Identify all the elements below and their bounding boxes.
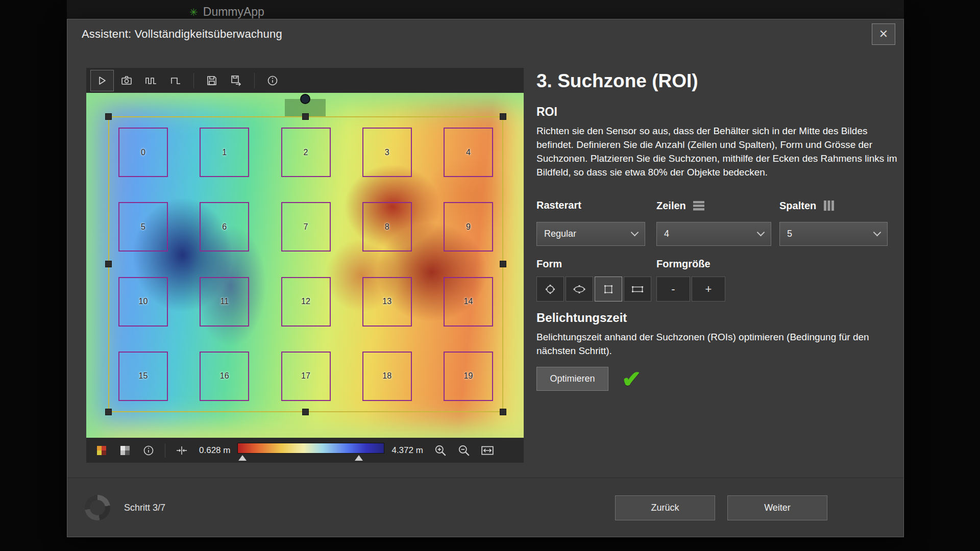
roi-cell[interactable]: 7 xyxy=(281,202,331,252)
roi-cell[interactable]: 5 xyxy=(118,202,168,252)
columns-icon xyxy=(822,199,836,212)
fit-width-icon xyxy=(481,444,494,457)
export-image-button[interactable] xyxy=(225,70,248,91)
viewer-toolbar xyxy=(86,68,524,93)
optimieren-button[interactable]: Optimieren xyxy=(536,367,608,391)
auto-range-button[interactable] xyxy=(172,440,192,461)
distance-scale xyxy=(237,440,384,461)
spalten-dropdown[interactable]: 5 xyxy=(779,222,888,246)
zeilen-label: Zeilen xyxy=(656,199,705,212)
fit-width-button[interactable] xyxy=(477,440,498,461)
roi-frame-selection[interactable]: 012345678910111213141516171819 xyxy=(108,116,503,412)
roi-cell[interactable]: 9 xyxy=(444,202,493,252)
roi-cell[interactable]: 8 xyxy=(362,202,412,252)
back-button[interactable]: Zurück xyxy=(615,495,715,520)
shape-rectangle-button[interactable] xyxy=(624,277,651,302)
next-button[interactable]: Weiter xyxy=(727,495,827,520)
roi-cell[interactable]: 12 xyxy=(281,277,331,327)
palette-color-button[interactable] xyxy=(91,440,112,461)
ellipse-shape-icon xyxy=(572,283,586,295)
roi-cell[interactable]: 11 xyxy=(200,277,249,327)
roi-cell[interactable]: 13 xyxy=(362,277,412,327)
shape-button-group xyxy=(536,277,651,302)
formgroesse-label: Formgröße xyxy=(656,258,710,270)
rectangle-shape-icon xyxy=(630,283,645,295)
range-min-marker[interactable] xyxy=(238,455,247,461)
save-image-button[interactable] xyxy=(200,70,224,91)
toolbar-separator xyxy=(193,73,194,88)
form-label: Form xyxy=(536,258,562,270)
roi-grid: 012345678910111213141516171819 xyxy=(109,117,502,411)
range-max-marker[interactable] xyxy=(355,455,363,461)
raster-labels-row: Rasterart Zeilen Spalten xyxy=(536,199,901,216)
roi-cell[interactable]: 6 xyxy=(200,202,249,252)
zeilen-dropdown[interactable]: 4 xyxy=(656,222,771,246)
shape-circle-button[interactable] xyxy=(536,277,564,302)
image-info-button[interactable] xyxy=(138,440,159,461)
roi-cell[interactable]: 10 xyxy=(118,277,168,327)
roi-cell[interactable]: 1 xyxy=(200,128,249,177)
chevron-down-icon xyxy=(631,229,639,237)
close-button[interactable]: ✕ xyxy=(872,23,895,45)
continuous-trigger-button[interactable] xyxy=(139,70,163,91)
roi-cell[interactable]: 4 xyxy=(444,128,493,177)
spalten-value: 5 xyxy=(787,229,874,239)
roi-cell[interactable]: 18 xyxy=(362,352,412,401)
raster-dropdown-row: Regular 4 5 xyxy=(536,222,901,246)
camera-icon xyxy=(120,74,133,87)
roi-cell[interactable]: 14 xyxy=(444,277,493,327)
save-icon xyxy=(206,74,218,87)
form-buttons-row: - + xyxy=(536,277,901,302)
size-increase-button[interactable]: + xyxy=(692,277,725,302)
zoom-in-icon xyxy=(434,444,447,457)
rasterart-dropdown[interactable]: Regular xyxy=(536,222,645,246)
palette-gray-button[interactable] xyxy=(115,440,135,461)
roi-cell[interactable]: 16 xyxy=(200,352,249,401)
belichtungszeit-heading: Belichtungszeit xyxy=(536,311,901,325)
rotation-handle[interactable] xyxy=(300,94,310,104)
background-app-icon: ✳ xyxy=(189,6,198,18)
roi-cell[interactable]: 15 xyxy=(118,352,168,401)
zoom-in-button[interactable] xyxy=(430,440,451,461)
info-icon xyxy=(142,444,155,457)
roi-cell[interactable]: 0 xyxy=(118,128,168,177)
play-icon xyxy=(96,74,108,87)
zeilen-value: 4 xyxy=(664,229,758,239)
play-button[interactable] xyxy=(90,70,114,91)
heatmap-image: 012345678910111213141516171819 xyxy=(86,93,524,438)
distance-gradient-bar xyxy=(237,443,384,454)
toolbar-separator xyxy=(165,443,165,458)
center-range-icon xyxy=(176,444,188,457)
roi-cell[interactable]: 2 xyxy=(281,128,331,177)
save-export-icon xyxy=(230,74,242,87)
zoom-out-button[interactable] xyxy=(454,440,474,461)
dialog-title: Assistent: Vollständigkeitsüberwachung xyxy=(82,28,282,41)
shape-square-button[interactable] xyxy=(595,277,622,302)
dialog-titlebar: Assistent: Vollständigkeitsüberwachung xyxy=(67,19,903,49)
snapshot-button[interactable] xyxy=(115,70,138,91)
image-viewer: 012345678910111213141516171819 xyxy=(86,68,524,463)
rasterart-value: Regular xyxy=(544,229,632,239)
wizard-footer: Schritt 3/7 Zurück Weiter xyxy=(67,478,903,537)
toolbar-separator xyxy=(254,73,255,88)
viewer-info-button[interactable] xyxy=(261,70,284,91)
close-icon: ✕ xyxy=(879,28,888,41)
info-icon xyxy=(266,74,279,87)
belichtungszeit-description: Belichtungszeit anhand der Suchzonen (RO… xyxy=(536,330,901,358)
gray-palette-icon xyxy=(119,444,131,457)
background-app-strip: ✳ DummyApp xyxy=(67,0,904,19)
step-indicator: Schritt 3/7 xyxy=(124,503,165,513)
chevron-down-icon xyxy=(757,229,765,237)
roi-cell[interactable]: 3 xyxy=(362,128,412,177)
progress-spinner xyxy=(85,495,110,520)
roi-cell[interactable]: 17 xyxy=(281,352,331,401)
single-trigger-button[interactable] xyxy=(164,70,187,91)
square-shape-icon xyxy=(601,283,616,295)
size-decrease-button[interactable]: - xyxy=(656,277,690,302)
rasterart-label: Rasterart xyxy=(536,199,581,211)
optimize-row: Optimieren ✔ xyxy=(536,367,901,391)
config-panel: 3. Suchzone (ROI) ROI Richten sie den Se… xyxy=(536,70,901,391)
roi-cell[interactable]: 19 xyxy=(444,352,493,401)
shape-ellipse-button[interactable] xyxy=(566,277,593,302)
spalten-label: Spalten xyxy=(779,199,836,212)
